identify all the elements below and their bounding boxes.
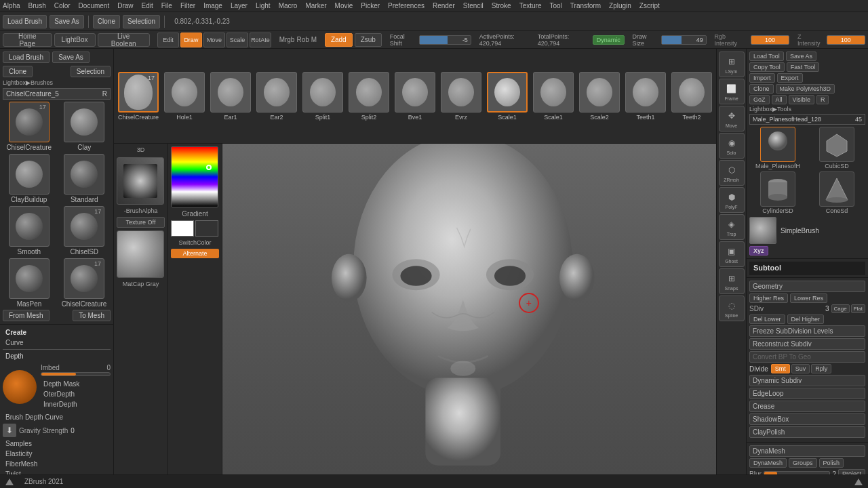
all-btn[interactable]: All [772, 95, 787, 104]
preset-ear2[interactable]: Ear2 [255, 72, 298, 121]
menu-tool[interactable]: Tool [549, 2, 561, 9]
menu-render[interactable]: Render [433, 2, 455, 9]
tool-male-planes[interactable]: Male_PlanesofH [749, 127, 806, 169]
twist-btn[interactable]: Twist [3, 469, 111, 474]
rt-move-btn[interactable]: ✥ Move [719, 106, 745, 131]
selection-left-button[interactable]: Selection [71, 66, 111, 77]
rt-polyf-btn[interactable]: ⬢ PolyF [719, 187, 745, 213]
menu-draw[interactable]: Draw [117, 2, 133, 9]
preset-split1[interactable]: Split1 [301, 72, 344, 121]
del-lower-btn[interactable]: Del Lower [749, 314, 785, 324]
make-polymesh3d-btn[interactable]: Make PolyMesh3D [776, 84, 835, 94]
preset-hole1[interactable]: Hole1 [163, 72, 206, 121]
brush-thumb-maspen[interactable] [9, 258, 50, 299]
brush-item-claybuildup[interactable]: ClayBuildup [3, 154, 56, 203]
rply-btn[interactable]: Rply [811, 364, 831, 373]
subtool-header[interactable]: Subtool [749, 262, 865, 274]
dynamic-button[interactable]: Dynamic [593, 35, 625, 45]
menu-document[interactable]: Document [79, 2, 110, 9]
load-tool-btn[interactable]: Load Tool [749, 52, 784, 61]
menu-marker[interactable]: Marker [305, 2, 326, 9]
del-higher-btn[interactable]: Del Higher [787, 314, 825, 324]
rgb-intensity-slider[interactable]: 100 [751, 35, 789, 45]
convert-bp-to-geo-btn[interactable]: Convert BP To Geo [749, 351, 865, 363]
fast-tool-btn[interactable]: Fast Tool [787, 62, 819, 72]
menu-picker[interactable]: Picker [361, 2, 380, 9]
preset-chisel-creature[interactable]: 17 ChiselCreature [117, 72, 160, 121]
menu-preferences[interactable]: Preferences [388, 2, 425, 9]
matcap-thumb[interactable] [117, 230, 164, 278]
load-brush-left-button[interactable]: Load Brush [3, 52, 50, 63]
brush-item-smooth[interactable]: Smooth [3, 206, 56, 256]
clone-button[interactable]: Clone [93, 15, 120, 28]
menu-brush[interactable]: Brush [28, 2, 46, 9]
preset-scale2[interactable]: Scale2 [578, 72, 621, 121]
viewport[interactable] [222, 144, 716, 474]
preset-split1-thumb[interactable] [302, 72, 343, 113]
menu-layer[interactable]: Layer [231, 2, 248, 9]
blur-slider[interactable] [764, 471, 831, 474]
outer-depth-btn[interactable]: OterDepth [41, 389, 111, 399]
preset-split2[interactable]: Split2 [347, 72, 391, 121]
clay-polish-btn[interactable]: ClayPolish [749, 426, 865, 438]
from-mesh-button[interactable]: From Mesh [3, 310, 50, 321]
flat-btn[interactable]: Flat [851, 304, 865, 313]
male-planes-icon[interactable] [760, 127, 795, 162]
copy-tool-btn[interactable]: Copy Tool [749, 62, 785, 72]
groups-btn[interactable]: Groups [789, 458, 817, 468]
background-color-swatch[interactable] [195, 220, 218, 237]
suv-btn[interactable]: Suv [791, 364, 810, 373]
rt-frame-btn[interactable]: ⬜ Frame [719, 79, 745, 104]
preset-bve1-thumb[interactable] [395, 72, 435, 113]
rt-trsp-btn[interactable]: ◈ Trsp [719, 214, 745, 240]
brush-item-chisel[interactable]: 17 ChiselCreature [3, 102, 56, 151]
lightbox-brushes-label[interactable]: Lightbox▶Brushes [3, 79, 111, 86]
cylindersd-icon[interactable] [760, 171, 795, 207]
preset-scale1b[interactable]: Scale1 [532, 72, 575, 121]
menu-edit[interactable]: Edit [142, 2, 153, 9]
zadd-button[interactable]: Zadd [325, 33, 353, 47]
create-label[interactable]: Create [3, 327, 111, 338]
brush-alpha-thumb[interactable] [117, 157, 164, 205]
tab-lightbox[interactable]: LightBox [54, 33, 96, 47]
draw-mode-edit[interactable]: Edit [157, 33, 179, 47]
menu-color[interactable]: Color [54, 2, 71, 9]
preset-ear1-thumb[interactable] [210, 72, 251, 113]
dynamic-subdiv-btn[interactable]: Dynamic Subdiv [749, 375, 865, 386]
cubicsd-icon[interactable] [819, 127, 854, 162]
menu-filter[interactable]: Filter [180, 2, 195, 9]
preset-teeth1[interactable]: Teeth1 [624, 72, 667, 121]
preset-bve1[interactable]: Bve1 [393, 72, 437, 121]
brush-item-chiselsd[interactable]: 17 ChiselSD [58, 206, 111, 256]
rt-lsym-btn[interactable]: ⊞ LSym [719, 52, 745, 77]
zsub-button[interactable]: Zsub [355, 33, 382, 47]
clone-left-button[interactable]: Clone [3, 66, 33, 77]
draw-mode-rotate[interactable]: RotAte [250, 33, 271, 47]
z-intensity-slider[interactable]: 100 [827, 35, 865, 45]
curve-label[interactable]: Curve [3, 338, 111, 348]
xyz-btn[interactable]: Xyz [749, 246, 768, 256]
preset-teeth1-thumb[interactable] [625, 72, 666, 113]
menu-file[interactable]: File [161, 2, 172, 9]
dynamesh-header-btn[interactable]: DynaMesh [749, 445, 865, 457]
rt-solo-btn[interactable]: ◉ Solo [719, 133, 745, 159]
preset-chisel-thumb[interactable]: 17 [118, 72, 159, 113]
fibermesh-btn[interactable]: FiberMesh [3, 459, 111, 469]
preset-split2-thumb[interactable] [349, 72, 389, 113]
selection-button[interactable]: Selection [123, 15, 160, 28]
menu-movie[interactable]: Movie [335, 2, 353, 9]
brush-thumb-clay[interactable] [64, 102, 104, 142]
brush-thumb-from-mesh[interactable]: 17 [64, 258, 104, 299]
freeze-subdiv-btn[interactable]: Freeze SubDivision Levels [749, 325, 865, 337]
brush-depth-curve-btn[interactable]: Brush Depth Curve [3, 412, 111, 422]
brush-thumb-standard[interactable] [64, 154, 104, 195]
draw-size-slider[interactable]: 49 [661, 35, 707, 45]
rt-ghost-btn[interactable]: ▣ Ghost [719, 241, 745, 267]
brush-thumb-smooth[interactable] [9, 206, 50, 247]
save-as-rp-btn[interactable]: Save As [786, 52, 816, 61]
menu-texture[interactable]: Texture [519, 2, 542, 9]
simple-brush-icon[interactable] [749, 217, 776, 244]
menu-stencil[interactable]: Stencil [463, 2, 484, 9]
menu-alpha[interactable]: Alpha [3, 2, 20, 9]
shadow-box-btn[interactable]: ShadowBox [749, 413, 865, 425]
